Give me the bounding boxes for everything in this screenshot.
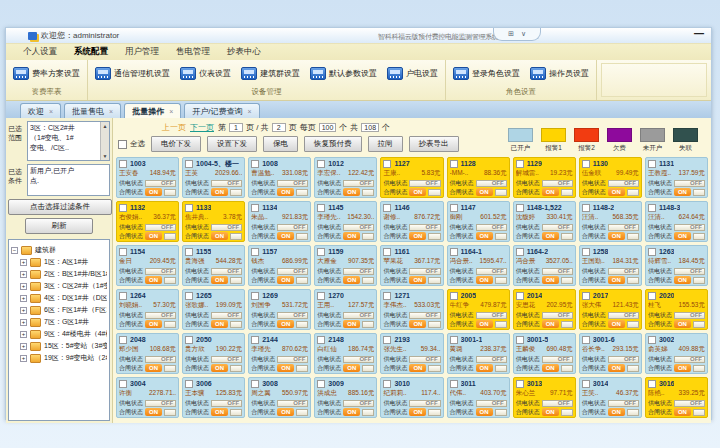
card-checkbox[interactable] — [185, 380, 193, 388]
range-listbox[interactable]: 3区：C区2#井（1#变电、1#变电、/C区.. ▲ ▼ — [27, 121, 110, 161]
card-checkbox[interactable] — [450, 292, 458, 300]
room-card[interactable]: 2048郑少国108.68元供电状态OFF合闸状态ON — [116, 333, 179, 374]
card-checkbox[interactable] — [582, 336, 590, 344]
prev-page-link[interactable]: 上一页 — [162, 122, 186, 133]
expand-icon[interactable]: + — [20, 331, 27, 338]
card-checkbox[interactable] — [185, 336, 193, 344]
page-number-box[interactable]: 2 — [272, 123, 286, 132]
room-card[interactable]: 2017张大伟121.43元供电状态OFF合闸状态ON — [579, 289, 642, 330]
card-checkbox[interactable] — [516, 380, 524, 388]
close-icon[interactable]: × — [169, 108, 173, 115]
condition-listbox[interactable]: 新用户,已开户点. — [27, 164, 110, 196]
ribbon-tab[interactable]: 个人设置 — [23, 46, 57, 58]
room-card[interactable]: 1133焦井典..3.78元供电状态OFF合闸状态ON — [182, 201, 245, 242]
card-checkbox[interactable] — [450, 204, 458, 212]
card-checkbox[interactable] — [185, 292, 193, 300]
close-icon[interactable]: × — [109, 108, 113, 115]
ribbon-button[interactable]: 建筑群设置 — [241, 67, 300, 80]
toolbar-button[interactable]: 抄表导出 — [409, 136, 459, 152]
card-checkbox[interactable] — [582, 204, 590, 212]
room-card[interactable]: 1128-MM-..88.36元供电状态OFF合闸状态ON — [447, 157, 510, 198]
ribbon-tab[interactable]: 售电管理 — [176, 46, 210, 58]
collapse-icon[interactable]: − — [11, 247, 18, 254]
card-checkbox[interactable] — [251, 248, 259, 256]
room-card[interactable]: 1148-2汪清..568.35元供电状态OFF合闸状态ON — [579, 201, 642, 242]
room-card[interactable]: 1164-2冯合景3527.05..供电状态OFF合闸状态ON — [513, 245, 576, 286]
tree-node[interactable]: +2区：B区1#井/B区1#井 — [20, 269, 107, 279]
card-checkbox[interactable] — [317, 160, 325, 168]
card-checkbox[interactable] — [317, 292, 325, 300]
tree-node[interactable]: +4区：D区1#井（D区1.. — [20, 293, 107, 303]
tree-node[interactable]: +1区：A区1#井 — [20, 257, 107, 267]
ribbon-button[interactable]: 登录角色设置 — [453, 67, 520, 80]
room-card[interactable]: 3013朱心兰97.71元供电状态OFF合闸状态ON — [513, 377, 576, 418]
room-card[interactable]: 1265张歌娜..199.09元供电状态OFF合闸状态ON — [182, 289, 245, 330]
toolbar-button[interactable]: 电价下发 — [151, 136, 201, 152]
minimize-button[interactable]: — — [694, 29, 704, 39]
room-card[interactable]: 3001-6谷长争..293.15元供电状态OFF合闸状态ON — [579, 333, 642, 374]
room-card[interactable]: 3008周之翼550.97元供电状态OFF合闸状态ON — [248, 377, 311, 418]
room-card[interactable]: 3001-1黄璐238.37元供电状态OFF合闸状态ON — [447, 333, 510, 374]
room-card[interactable]: 1146谢修..876.72元供电状态OFF合闸状态ON — [380, 201, 443, 242]
card-checkbox[interactable] — [582, 248, 590, 256]
ribbon-button[interactable]: 户电设置 — [387, 67, 438, 80]
card-checkbox[interactable] — [383, 204, 391, 212]
room-card[interactable]: 1269刘国争531.72元供电状态OFF合闸状态ON — [248, 289, 311, 330]
card-checkbox[interactable] — [516, 336, 524, 344]
room-card[interactable]: 3016陈艳..339.25元供电状态OFF合闸状态ON — [645, 377, 708, 418]
room-card[interactable]: 1157钱杰686.99元供电状态OFF合闸状态ON — [248, 245, 311, 286]
document-tab[interactable]: 欢迎× — [20, 103, 61, 118]
room-card[interactable]: 1263待辉雪..184.45元供电状态OFF合闸状态ON — [645, 245, 708, 286]
card-checkbox[interactable] — [648, 292, 656, 300]
room-card[interactable]: 1164-1冯合景..1595.47..供电状态OFF合闸状态ON — [447, 245, 510, 286]
card-checkbox[interactable] — [119, 160, 127, 168]
card-checkbox[interactable] — [450, 248, 458, 256]
room-card[interactable]: 1148-3汪清..624.64元供电状态OFF合闸状态ON — [645, 201, 708, 242]
document-tab[interactable]: 批量售电× — [64, 103, 121, 118]
card-checkbox[interactable] — [317, 380, 325, 388]
tree-node[interactable]: +19区：9#变电站（2#.. — [20, 353, 107, 363]
toolbar-button[interactable]: 保电 — [263, 136, 298, 152]
room-card[interactable]: 3014王笑..46.37元供电状态OFF合闸状态ON — [579, 377, 642, 418]
card-checkbox[interactable] — [383, 248, 391, 256]
room-card[interactable]: 1264刘晓娟..57.30元供电状态OFF合闸状态ON — [116, 289, 179, 330]
card-checkbox[interactable] — [516, 292, 524, 300]
room-card[interactable]: 1258王国勤..184.31元供电状态OFF合闸状态ON — [579, 245, 642, 286]
tree-node[interactable]: +6区：F区1#井（F区1#.. — [20, 305, 107, 315]
customize-icon[interactable]: ⊞ — [508, 30, 514, 38]
room-card[interactable]: 3002俞英娣409.88元供电状态OFF合闸状态ON — [645, 333, 708, 374]
room-card[interactable]: 1145李瑾先..1542.30..供电状态OFF合闸状态ON — [314, 201, 377, 242]
card-checkbox[interactable] — [582, 292, 590, 300]
room-card[interactable]: 1008曹温勉..331.08元供电状态OFF合闸状态ON — [248, 157, 311, 198]
expand-icon[interactable]: + — [20, 355, 27, 362]
card-checkbox[interactable] — [119, 248, 127, 256]
filter-select-button[interactable]: 点击选择过滤条件 — [8, 199, 112, 215]
card-checkbox[interactable] — [185, 160, 193, 168]
card-checkbox[interactable] — [251, 380, 259, 388]
room-card[interactable]: 3010纪莉莉..117.4..供电状态OFF合闸状态ON — [380, 377, 443, 418]
card-checkbox[interactable] — [450, 336, 458, 344]
card-checkbox[interactable] — [317, 248, 325, 256]
room-card[interactable]: 1012李宏保..122.42元供电状态OFF合闸状态ON — [314, 157, 377, 198]
room-card[interactable]: 2005牛红争479.87元供电状态OFF合闸状态ON — [447, 289, 510, 330]
room-card[interactable]: 1154金日209.45元供电状态OFF合闸状态ON — [116, 245, 179, 286]
card-checkbox[interactable] — [516, 160, 524, 168]
room-card[interactable]: 2020桂飞155.53元供电状态OFF合闸状态ON — [645, 289, 708, 330]
ribbon-tab[interactable]: 抄表中心 — [227, 46, 261, 58]
tree-node[interactable]: +15区：5#变站（3#变.. — [20, 341, 107, 351]
expand-icon[interactable]: + — [20, 283, 27, 290]
document-tab[interactable]: 开户/记费查询× — [184, 103, 259, 118]
tree-node[interactable]: +7区：G区1#井 — [20, 317, 107, 327]
card-checkbox[interactable] — [516, 248, 524, 256]
card-checkbox[interactable] — [251, 292, 259, 300]
page-number-box[interactable]: 100 — [319, 123, 337, 132]
expand-icon[interactable]: + — [20, 307, 27, 314]
room-card[interactable]: 1147御刚601.52元供电状态OFF合闸状态ON — [447, 201, 510, 242]
close-icon[interactable]: × — [248, 108, 252, 115]
room-card[interactable]: 1004-5、楼一王英2029.66..供电状态OFF合闸状态ON — [182, 157, 245, 198]
card-checkbox[interactable] — [383, 380, 391, 388]
ribbon-button[interactable]: 默认参数设置 — [310, 67, 377, 80]
toolbar-button[interactable]: 设置下发 — [207, 136, 257, 152]
select-all-checkbox[interactable] — [118, 140, 127, 149]
room-card[interactable]: 3006王本骥125.83元供电状态OFF合闸状态ON — [182, 377, 245, 418]
